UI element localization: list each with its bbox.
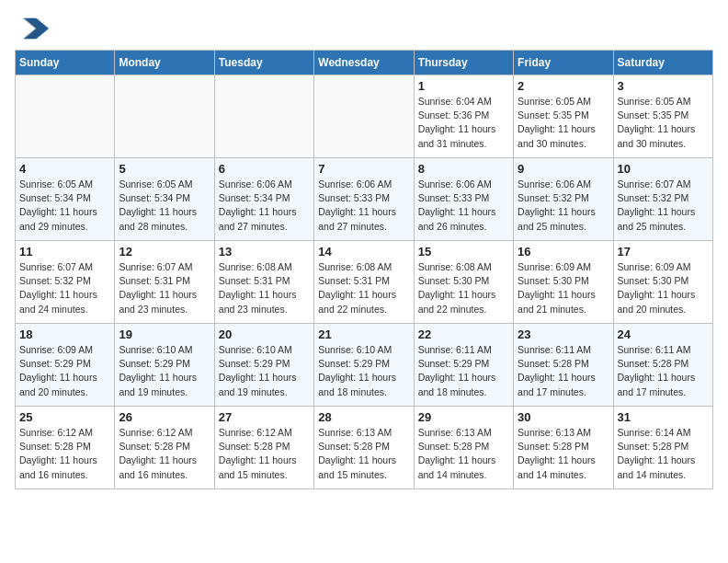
header-saturday: Saturday [613,51,712,75]
day-cell: 10Sunrise: 6:07 AM Sunset: 5:32 PM Dayli… [613,158,712,241]
day-cell: 3Sunrise: 6:05 AM Sunset: 5:35 PM Daylig… [613,75,712,158]
week-row-4: 18Sunrise: 6:09 AM Sunset: 5:29 PM Dayli… [16,324,713,407]
header-sunday: Sunday [16,51,115,75]
day-cell: 30Sunrise: 6:13 AM Sunset: 5:28 PM Dayli… [514,407,613,489]
day-detail: Sunrise: 6:11 AM Sunset: 5:28 PM Dayligh… [618,343,709,399]
day-cell: 22Sunrise: 6:11 AM Sunset: 5:29 PM Dayli… [414,324,513,407]
day-detail: Sunrise: 6:06 AM Sunset: 5:32 PM Dayligh… [518,178,609,234]
day-cell: 8Sunrise: 6:06 AM Sunset: 5:33 PM Daylig… [414,158,513,241]
day-cell: 15Sunrise: 6:08 AM Sunset: 5:30 PM Dayli… [414,241,513,324]
day-number: 11 [19,245,110,259]
week-row-2: 4Sunrise: 6:05 AM Sunset: 5:34 PM Daylig… [16,158,713,241]
day-detail: Sunrise: 6:14 AM Sunset: 5:28 PM Dayligh… [618,426,709,482]
day-detail: Sunrise: 6:07 AM Sunset: 5:31 PM Dayligh… [119,260,210,316]
day-detail: Sunrise: 6:06 AM Sunset: 5:33 PM Dayligh… [418,178,509,234]
day-detail: Sunrise: 6:12 AM Sunset: 5:28 PM Dayligh… [219,426,310,482]
day-number: 27 [219,410,310,424]
day-cell: 23Sunrise: 6:11 AM Sunset: 5:28 PM Dayli… [514,324,613,407]
day-cell: 26Sunrise: 6:12 AM Sunset: 5:28 PM Dayli… [115,407,214,489]
day-cell: 18Sunrise: 6:09 AM Sunset: 5:29 PM Dayli… [16,324,115,407]
day-number: 16 [518,245,609,259]
day-cell [115,75,214,158]
day-cell: 29Sunrise: 6:13 AM Sunset: 5:28 PM Dayli… [414,407,513,489]
day-cell: 11Sunrise: 6:07 AM Sunset: 5:32 PM Dayli… [16,241,115,324]
day-number: 29 [418,410,509,424]
day-number: 6 [219,162,310,176]
day-cell: 27Sunrise: 6:12 AM Sunset: 5:28 PM Dayli… [214,407,313,489]
day-cell [214,75,313,158]
day-number: 21 [318,327,409,341]
day-number: 30 [518,410,609,424]
day-detail: Sunrise: 6:10 AM Sunset: 5:29 PM Dayligh… [219,343,310,399]
day-cell: 20Sunrise: 6:10 AM Sunset: 5:29 PM Dayli… [214,324,313,407]
day-cell: 12Sunrise: 6:07 AM Sunset: 5:31 PM Dayli… [115,241,214,324]
day-number: 25 [19,410,110,424]
day-number: 28 [318,410,409,424]
day-cell: 7Sunrise: 6:06 AM Sunset: 5:33 PM Daylig… [314,158,414,241]
day-number: 18 [19,327,110,341]
day-number: 2 [518,79,609,93]
day-cell [314,75,414,158]
day-number: 20 [219,327,310,341]
day-detail: Sunrise: 6:05 AM Sunset: 5:34 PM Dayligh… [119,178,210,234]
day-detail: Sunrise: 6:09 AM Sunset: 5:29 PM Dayligh… [19,343,110,399]
header-row: SundayMondayTuesdayWednesdayThursdayFrid… [16,51,713,75]
page-header [15,15,713,42]
day-cell [16,75,115,158]
calendar-table: SundayMondayTuesdayWednesdayThursdayFrid… [15,50,713,489]
day-detail: Sunrise: 6:13 AM Sunset: 5:28 PM Dayligh… [318,426,409,482]
week-row-5: 25Sunrise: 6:12 AM Sunset: 5:28 PM Dayli… [16,407,713,489]
week-row-3: 11Sunrise: 6:07 AM Sunset: 5:32 PM Dayli… [16,241,713,324]
day-cell: 13Sunrise: 6:08 AM Sunset: 5:31 PM Dayli… [214,241,313,324]
day-detail: Sunrise: 6:09 AM Sunset: 5:30 PM Dayligh… [618,260,709,316]
day-number: 31 [618,410,709,424]
day-detail: Sunrise: 6:10 AM Sunset: 5:29 PM Dayligh… [119,343,210,399]
day-detail: Sunrise: 6:05 AM Sunset: 5:35 PM Dayligh… [618,95,709,151]
day-number: 10 [618,162,709,176]
day-cell: 9Sunrise: 6:06 AM Sunset: 5:32 PM Daylig… [514,158,613,241]
day-number: 3 [618,79,709,93]
day-detail: Sunrise: 6:06 AM Sunset: 5:34 PM Dayligh… [219,178,310,234]
day-cell: 19Sunrise: 6:10 AM Sunset: 5:29 PM Dayli… [115,324,214,407]
day-detail: Sunrise: 6:10 AM Sunset: 5:29 PM Dayligh… [318,343,409,399]
day-cell: 5Sunrise: 6:05 AM Sunset: 5:34 PM Daylig… [115,158,214,241]
svg-marker-1 [23,18,48,40]
day-number: 13 [219,245,310,259]
day-detail: Sunrise: 6:05 AM Sunset: 5:34 PM Dayligh… [19,178,110,234]
day-detail: Sunrise: 6:06 AM Sunset: 5:33 PM Dayligh… [318,178,409,234]
day-number: 24 [618,327,709,341]
day-cell: 1Sunrise: 6:04 AM Sunset: 5:36 PM Daylig… [414,75,513,158]
day-cell: 2Sunrise: 6:05 AM Sunset: 5:35 PM Daylig… [514,75,613,158]
header-monday: Monday [115,51,214,75]
day-number: 26 [119,410,210,424]
header-friday: Friday [514,51,613,75]
day-detail: Sunrise: 6:11 AM Sunset: 5:28 PM Dayligh… [518,343,609,399]
day-detail: Sunrise: 6:11 AM Sunset: 5:29 PM Dayligh… [418,343,509,399]
day-number: 15 [418,245,509,259]
day-cell: 28Sunrise: 6:13 AM Sunset: 5:28 PM Dayli… [314,407,414,489]
day-number: 23 [518,327,609,341]
day-number: 19 [119,327,210,341]
day-number: 4 [19,162,110,176]
day-number: 17 [618,245,709,259]
day-detail: Sunrise: 6:12 AM Sunset: 5:28 PM Dayligh… [19,426,110,482]
day-detail: Sunrise: 6:07 AM Sunset: 5:32 PM Dayligh… [618,178,709,234]
day-number: 8 [418,162,509,176]
day-cell: 4Sunrise: 6:05 AM Sunset: 5:34 PM Daylig… [16,158,115,241]
day-number: 12 [119,245,210,259]
day-cell: 16Sunrise: 6:09 AM Sunset: 5:30 PM Dayli… [514,241,613,324]
header-wednesday: Wednesday [314,51,414,75]
day-number: 1 [418,79,509,93]
logo [15,15,51,42]
day-detail: Sunrise: 6:04 AM Sunset: 5:36 PM Dayligh… [418,95,509,151]
day-detail: Sunrise: 6:08 AM Sunset: 5:30 PM Dayligh… [418,260,509,316]
week-row-1: 1Sunrise: 6:04 AM Sunset: 5:36 PM Daylig… [16,75,713,158]
day-number: 7 [318,162,409,176]
day-cell: 31Sunrise: 6:14 AM Sunset: 5:28 PM Dayli… [613,407,712,489]
logo-icon [15,15,51,42]
day-detail: Sunrise: 6:13 AM Sunset: 5:28 PM Dayligh… [418,426,509,482]
day-detail: Sunrise: 6:09 AM Sunset: 5:30 PM Dayligh… [518,260,609,316]
day-number: 5 [119,162,210,176]
day-number: 9 [518,162,609,176]
header-tuesday: Tuesday [214,51,313,75]
